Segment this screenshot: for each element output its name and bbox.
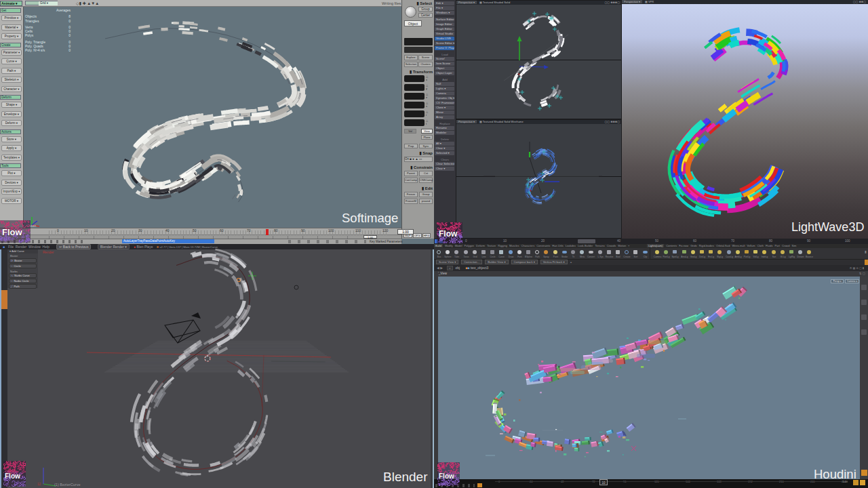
svg-text:Flow: Flow bbox=[5, 472, 20, 480]
svg-text:Flow: Flow bbox=[439, 472, 454, 480]
svg-text:Flow: Flow bbox=[439, 229, 458, 239]
svg-text:Flow: Flow bbox=[2, 227, 22, 237]
